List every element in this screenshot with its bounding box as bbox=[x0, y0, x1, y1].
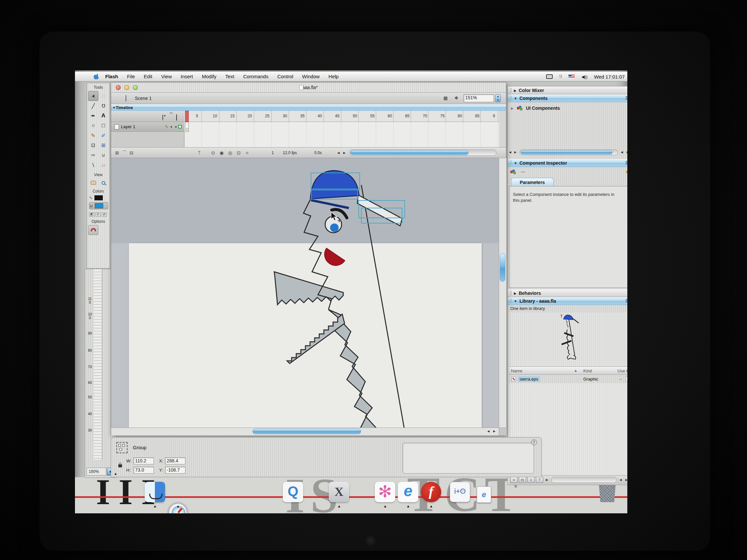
edit-symbol-button[interactable] bbox=[453, 95, 460, 102]
stage[interactable] bbox=[111, 158, 499, 428]
library-col-kind[interactable]: Kind bbox=[583, 368, 592, 373]
hscroll-left-arrow[interactable]: ◀ bbox=[487, 429, 490, 433]
components-scrollbar[interactable]: ◀▶ ◀▶ bbox=[509, 150, 627, 156]
ui-components-group-row[interactable]: ▶ UI Components bbox=[511, 106, 560, 111]
layer-name[interactable]: Layer 1 bbox=[121, 124, 164, 129]
new-folder-button[interactable]: 🗀 bbox=[519, 477, 526, 483]
window-title-bar[interactable]: aaaa.fla* bbox=[111, 82, 506, 93]
layer-visible-dot[interactable]: • bbox=[169, 124, 174, 130]
frame-rate-indicator[interactable]: 12.0 fps bbox=[283, 151, 297, 155]
insert-layer-button[interactable] bbox=[114, 150, 120, 156]
free-transform-tool[interactable] bbox=[88, 140, 98, 150]
dock-quicktime-icon[interactable]: Q bbox=[283, 482, 303, 502]
menu-clock[interactable]: Wed 17:01:07 bbox=[594, 74, 625, 80]
stage-vscroll-thumb[interactable] bbox=[500, 254, 505, 282]
component-inspector-menu-icon[interactable] bbox=[626, 161, 627, 165]
stage-vertical-scrollbar[interactable] bbox=[499, 158, 506, 428]
delete-item-button[interactable]: ⍑ bbox=[536, 477, 543, 483]
outline-layers-icon[interactable] bbox=[176, 114, 177, 121]
ink-bottle-tool[interactable] bbox=[88, 150, 98, 160]
timeline-layer-frames[interactable] bbox=[184, 122, 499, 147]
menu-item-modify[interactable]: Modify bbox=[202, 74, 216, 79]
default-colors-button[interactable]: ◩ bbox=[89, 212, 94, 217]
zoom-tool[interactable] bbox=[98, 178, 108, 188]
library-item-name[interactable]: sierra.eps bbox=[518, 376, 540, 382]
stage-hscroll-thumb[interactable] bbox=[253, 429, 361, 434]
menu-item-control[interactable]: Control bbox=[277, 74, 293, 79]
components-panel-menu-icon[interactable] bbox=[626, 96, 627, 100]
library-col-name[interactable]: Name bbox=[511, 368, 522, 373]
width-field[interactable]: 110.2 bbox=[133, 457, 154, 464]
pen-tool[interactable] bbox=[88, 111, 98, 121]
playhead[interactable] bbox=[185, 111, 189, 122]
layer-outline-color[interactable] bbox=[178, 125, 182, 129]
fill-color-row[interactable] bbox=[89, 202, 108, 209]
timeline-ruler[interactable]: 5 10 15 20 25 30 35 40 45 50 55 60 65 70… bbox=[184, 111, 499, 122]
library-panel-menu-icon[interactable] bbox=[626, 299, 627, 303]
dock-flash-player-icon[interactable]: f bbox=[421, 482, 441, 502]
lasso-tool[interactable] bbox=[98, 101, 108, 111]
dock-idisk-folder-icon[interactable]: i+ʘ bbox=[450, 482, 470, 502]
menu-item-insert[interactable]: Insert bbox=[181, 74, 193, 79]
magic-wand-icon[interactable]: ★ bbox=[625, 168, 627, 175]
layer-row[interactable]: Layer 1 • • bbox=[111, 122, 184, 132]
selection-tool[interactable] bbox=[88, 91, 98, 101]
library-item-row[interactable]: sierra.eps Graphic – bbox=[509, 375, 627, 383]
menu-item-file[interactable]: File bbox=[127, 74, 135, 79]
timeline-panel-header[interactable]: ▼ Timeline bbox=[111, 104, 506, 111]
line-tool[interactable] bbox=[88, 101, 98, 111]
pencil-tool[interactable] bbox=[88, 131, 98, 140]
oval-tool[interactable] bbox=[88, 121, 98, 131]
figure-cap[interactable] bbox=[310, 170, 359, 199]
library-col-use-count[interactable]: Use Co bbox=[617, 368, 627, 373]
cartoon-figure-drawing[interactable] bbox=[267, 163, 408, 428]
dock-ie-badge-document-icon[interactable]: e bbox=[477, 486, 491, 503]
apple-menu-icon[interactable] bbox=[93, 73, 99, 80]
show-hide-layers-icon[interactable] bbox=[162, 114, 163, 121]
color-mixer-panel-header[interactable]: ▶ Color Mixer bbox=[508, 86, 627, 94]
background-zoom-level[interactable]: 150% bbox=[86, 468, 106, 476]
stage-zoom-field[interactable]: 151% bbox=[464, 94, 494, 102]
fill-color-swatch[interactable] bbox=[95, 203, 103, 208]
help-button[interactable]: ? bbox=[531, 439, 537, 445]
stage-horizontal-scrollbar[interactable]: ◀ ▶ bbox=[111, 428, 499, 435]
constrain-lock-icon[interactable] bbox=[118, 464, 122, 467]
library-scroll-right2[interactable]: ▶ bbox=[625, 478, 627, 481]
delete-layer-button[interactable] bbox=[196, 150, 203, 156]
height-field[interactable]: 73.0 bbox=[133, 466, 154, 474]
timeline-frames-area[interactable]: 5 10 15 20 25 30 35 40 45 50 55 60 65 70… bbox=[184, 111, 499, 147]
component-inspector-panel-header[interactable]: ▼ Component Inspector bbox=[508, 159, 627, 167]
components-panel-header[interactable]: ▼ Components bbox=[508, 94, 627, 102]
window-resize-grip[interactable] bbox=[499, 428, 507, 435]
dock-x11-icon[interactable]: X bbox=[329, 482, 349, 502]
menu-item-commands[interactable]: Commands bbox=[243, 74, 268, 79]
menu-item-edit[interactable]: Edit bbox=[144, 74, 152, 79]
scene-name[interactable]: Scene 1 bbox=[135, 96, 152, 101]
eraser-tool[interactable] bbox=[98, 160, 108, 170]
parameters-tab[interactable]: Parameters bbox=[511, 178, 554, 186]
menu-item-view[interactable]: View bbox=[161, 74, 172, 79]
minimize-button[interactable] bbox=[124, 85, 129, 90]
stroke-color-row[interactable] bbox=[89, 194, 108, 202]
add-motion-guide-button[interactable] bbox=[121, 150, 128, 156]
onion-skin-outlines-button[interactable] bbox=[227, 150, 233, 156]
hscroll-right-arrow[interactable]: ▶ bbox=[493, 429, 495, 433]
library-scroll-right[interactable]: ◀ bbox=[619, 478, 622, 481]
hand-tool[interactable] bbox=[88, 178, 98, 188]
edit-scene-button[interactable] bbox=[442, 95, 449, 102]
timeline-scroll-left-arrow[interactable]: ◀ bbox=[337, 151, 340, 155]
library-scrollbar[interactable] bbox=[551, 477, 617, 483]
displays-menu-icon[interactable] bbox=[546, 74, 553, 79]
classic-environment-icon[interactable]: 9 bbox=[559, 73, 562, 80]
timeline-scrollbar-thumb[interactable] bbox=[350, 150, 468, 155]
stroke-color-swatch[interactable] bbox=[94, 195, 103, 201]
menu-item-flash[interactable]: Flash bbox=[105, 74, 118, 79]
library-scroll-left[interactable]: ◀ bbox=[545, 478, 547, 481]
zoom-button[interactable] bbox=[133, 85, 138, 90]
edit-multiple-frames-button[interactable] bbox=[235, 150, 242, 156]
library-sort-icon[interactable]: ▲ bbox=[574, 369, 577, 372]
menu-item-window[interactable]: Window bbox=[302, 74, 319, 79]
subselection-tool[interactable] bbox=[98, 91, 108, 101]
collapse-arrow[interactable]: ▲ bbox=[114, 472, 118, 476]
zoom-stepper[interactable]: ▲▼ bbox=[495, 94, 501, 102]
